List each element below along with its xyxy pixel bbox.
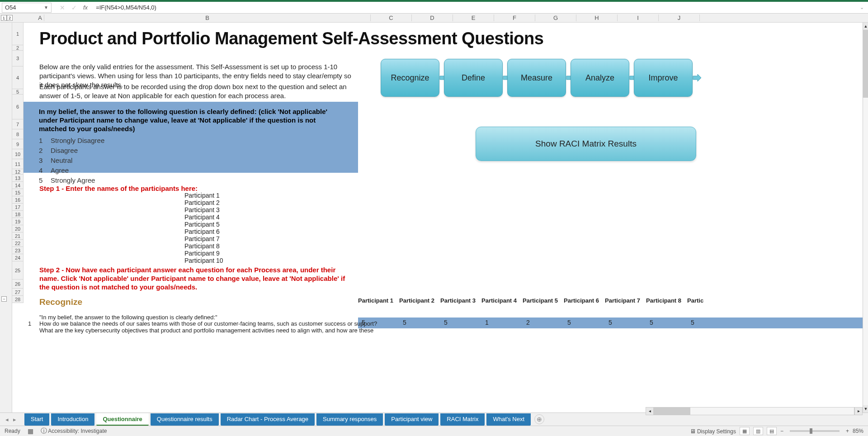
row-header-18[interactable]: 18 (12, 211, 23, 218)
column-header-G[interactable]: G (535, 14, 576, 21)
column-header-F[interactable]: F (494, 14, 535, 21)
row-header-24[interactable]: 24 (12, 254, 23, 261)
scroll-left-icon[interactable]: ◂ (646, 407, 654, 415)
scroll-down-icon[interactable]: ▼ (863, 405, 868, 412)
tab-nav-first-icon[interactable]: ◂ (5, 416, 9, 423)
row-header-27[interactable]: 27 (12, 289, 23, 296)
row-header-22[interactable]: 22 (12, 240, 23, 247)
row-header-2[interactable]: 2 (12, 45, 23, 51)
row-header-5[interactable]: 5 (12, 89, 23, 95)
row-header-23[interactable]: 23 (12, 247, 23, 254)
scroll-right-icon[interactable]: ▸ (854, 407, 863, 415)
row-header-15[interactable]: 15 (12, 189, 23, 196)
column-header-C[interactable]: C (371, 14, 412, 21)
row-header-28[interactable]: 28 (12, 296, 23, 303)
response-cell[interactable]: 5 (650, 319, 653, 326)
formula-input[interactable]: =IF(N54>0,M54/N54,0) (92, 4, 857, 11)
row-header-19[interactable]: 19 (12, 218, 23, 225)
macro-record-icon[interactable]: ▦ (28, 427, 33, 435)
accessibility-status[interactable]: ⓘ Accessibility: Investigate (41, 427, 107, 435)
process-step-measure[interactable]: Measure (507, 59, 566, 97)
row-header-17[interactable]: 17 (12, 204, 23, 211)
sheet-tab-introduction[interactable]: Introduction (51, 413, 94, 426)
column-header-E[interactable]: E (453, 14, 494, 21)
response-cell[interactable]: 5 (567, 319, 571, 326)
response-cell[interactable]: 5 (403, 319, 406, 326)
column-header-I[interactable]: I (618, 14, 659, 21)
outline-level-1[interactable]: 1 (1, 15, 7, 21)
show-raci-matrix-button[interactable]: Show RACI Matrix Results (476, 127, 696, 161)
row-header-14[interactable]: 14 (12, 182, 23, 189)
sheet-tab-summary-responses[interactable]: Summary responses (316, 413, 383, 426)
cancel-icon[interactable]: ✕ (60, 4, 65, 11)
zoom-slider[interactable] (790, 430, 840, 432)
normal-view-icon[interactable]: ▦ (740, 427, 750, 435)
row-header-16[interactable]: 16 (12, 196, 23, 204)
row-header-10[interactable]: 10 (12, 149, 23, 159)
row-header-13[interactable]: 13 (12, 175, 23, 182)
zoom-level[interactable]: 85% (853, 428, 863, 434)
row-header-20[interactable]: 20 (12, 225, 23, 232)
row-header-3[interactable]: 3 (12, 51, 23, 66)
scroll-up-icon[interactable]: ▲ (863, 23, 868, 30)
response-cell[interactable]: 5 (444, 319, 448, 326)
participant-name[interactable]: Participant 1 (184, 192, 223, 199)
participant-name[interactable]: Participant 5 (184, 221, 223, 228)
row-header-26[interactable]: 26 (12, 280, 23, 289)
response-cell[interactable]: 5 (691, 319, 694, 326)
chevron-down-icon[interactable]: ▼ (44, 5, 48, 10)
zoom-out-button[interactable]: − (780, 428, 783, 434)
participant-name[interactable]: Participant 9 (184, 250, 223, 257)
participant-name[interactable]: Participant 10 (184, 257, 223, 264)
participant-name[interactable]: Participant 4 (184, 213, 223, 221)
row-header-9[interactable]: 9 (12, 139, 23, 149)
process-step-improve[interactable]: Improve (634, 59, 693, 97)
row-header-1[interactable]: 1 (12, 23, 23, 45)
row-header-4[interactable]: 4 (12, 66, 23, 89)
column-header-J[interactable]: J (659, 14, 700, 21)
h-scroll-thumb[interactable] (654, 408, 690, 415)
response-cell[interactable]: 1 (485, 319, 489, 326)
fx-icon[interactable]: fx (83, 4, 88, 11)
add-sheet-button[interactable]: ⊕ (534, 414, 544, 424)
row-header-21[interactable]: 21 (12, 232, 23, 240)
process-step-recognize[interactable]: Recognize (381, 59, 439, 97)
sheet-tab-questionnaire-results[interactable]: Questionnaire results (151, 413, 219, 426)
page-layout-view-icon[interactable]: ▥ (753, 427, 763, 435)
response-cell[interactable]: 5 (609, 319, 612, 326)
column-header-H[interactable]: H (576, 14, 618, 21)
row-header-6[interactable]: 6 (12, 95, 23, 119)
participant-name[interactable]: Participant 3 (184, 206, 223, 213)
column-header-D[interactable]: D (412, 14, 453, 21)
vertical-scrollbar[interactable]: ▲ ▼ (863, 23, 868, 412)
row-header-7[interactable]: 7 (12, 119, 23, 129)
sheet-tab-raci-matrix[interactable]: RACI Matrix (440, 413, 485, 426)
sheet-tab-start[interactable]: Start (24, 413, 49, 426)
v-scroll-thumb[interactable] (863, 30, 868, 98)
row-header-11[interactable]: 11 (12, 159, 23, 169)
process-step-define[interactable]: Define (444, 59, 503, 97)
column-header-A[interactable]: A (36, 14, 44, 21)
sheet-tab-questionnaire[interactable]: Questionnaire (96, 413, 148, 426)
zoom-in-button[interactable]: + (846, 428, 849, 434)
outline-level-2[interactable]: 2 (7, 15, 13, 21)
tab-nav-next-icon[interactable]: ▸ (13, 416, 16, 423)
sheet-tab-participant-view[interactable]: Participant view (385, 413, 439, 426)
participant-name[interactable]: Participant 6 (184, 228, 223, 235)
row-header-12[interactable]: 12 (12, 169, 23, 175)
horizontal-scrollbar[interactable]: ◂ ▸ (646, 407, 863, 415)
row-header-8[interactable]: 8 (12, 129, 23, 139)
expand-formula-bar-icon[interactable]: ⌄ (857, 5, 866, 10)
response-cell[interactable]: 2 (526, 319, 530, 326)
display-settings-button[interactable]: 🖥 Display Settings (690, 428, 736, 435)
participant-name[interactable]: Participant 8 (184, 242, 223, 250)
process-step-analyze[interactable]: Analyze (571, 59, 629, 97)
sheet-tab-radar-chart---process-average[interactable]: Radar Chart - Process Average (221, 413, 315, 426)
participant-name[interactable]: Participant 2 (184, 199, 223, 206)
name-box[interactable]: O54 ▼ (2, 3, 52, 13)
sheet-tab-what's-next[interactable]: What's Next (486, 413, 531, 426)
page-break-view-icon[interactable]: ▤ (767, 427, 777, 435)
column-header-B[interactable]: B (44, 14, 371, 21)
row-header-25[interactable]: 25 (12, 261, 23, 280)
participant-name[interactable]: Participant 7 (184, 235, 223, 242)
